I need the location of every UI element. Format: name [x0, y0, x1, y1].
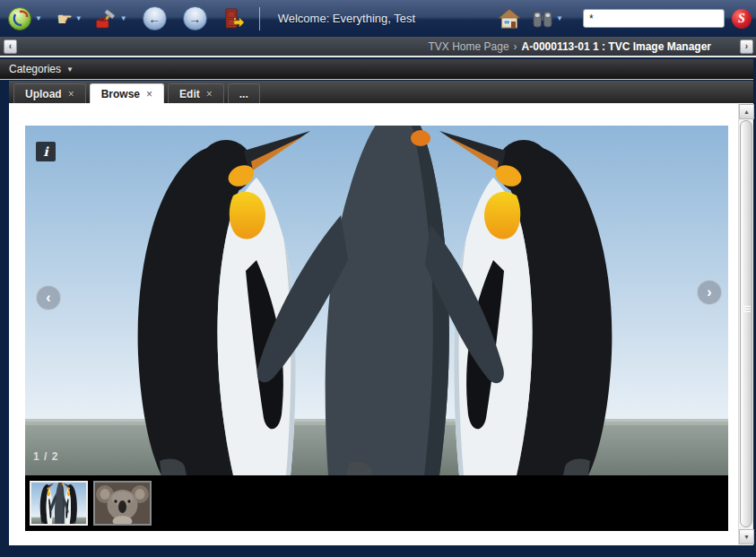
scroll-grip-icon	[743, 306, 751, 314]
home-icon[interactable]	[498, 8, 521, 30]
chevron-down-icon: ▼	[66, 65, 74, 74]
tab-label: Edit	[179, 88, 200, 100]
global-toolbar: ▼ ☛ ▼ ▼ ← → Wel	[0, 0, 756, 37]
app-menu-icon[interactable]	[7, 6, 32, 31]
tab-browse[interactable]: Browse ×	[90, 83, 164, 103]
breadcrumb-current: A-0000113-01 1 : TVC Image Manager	[522, 40, 711, 53]
info-button[interactable]: i	[36, 142, 56, 161]
logout-door-icon[interactable]	[222, 6, 245, 31]
tab-close-icon[interactable]: ×	[146, 88, 152, 100]
breadcrumb-bar: ‹ TVX Home Page › A-0000113-01 1 : TVC I…	[0, 37, 756, 57]
carousel-next-button[interactable]: ›	[697, 280, 722, 305]
tools-icon[interactable]	[94, 7, 117, 30]
tab-edit[interactable]: Edit ×	[168, 83, 224, 103]
carousel-prev-button[interactable]: ‹	[36, 285, 61, 310]
scroll-down-button[interactable]: ▼	[739, 529, 754, 544]
tab-upload[interactable]: Upload ×	[13, 83, 86, 103]
content-area: i ‹ › 1 / 2	[9, 103, 753, 545]
brand-logo: S	[732, 9, 752, 29]
search-binoculars-icon[interactable]	[532, 8, 553, 30]
tab-bar: Upload × Browse × Edit × ...	[9, 81, 753, 103]
chevron-down-icon[interactable]: ▼	[35, 14, 42, 22]
thumbnail-strip	[25, 475, 728, 531]
categories-label: Categories	[9, 63, 61, 75]
chevron-down-icon[interactable]: ▼	[120, 14, 127, 22]
breadcrumb-back-button[interactable]: ‹	[4, 39, 17, 54]
thumbnail-koala[interactable]	[93, 481, 152, 526]
main-image	[25, 126, 728, 475]
image-counter: 1 / 2	[33, 450, 58, 463]
categories-menubar: Categories ▼	[0, 59, 753, 80]
breadcrumb-history-link[interactable]: TVX Home Page	[429, 40, 509, 53]
tab-close-icon[interactable]: ×	[206, 88, 213, 100]
chevron-down-icon[interactable]: ▼	[556, 14, 563, 22]
tab-close-icon[interactable]: ×	[68, 88, 74, 100]
vertical-scrollbar[interactable]: ▲ ▼	[738, 104, 753, 544]
info-icon: i	[43, 144, 48, 159]
application-window: ▼ ☛ ▼ ▼ ← → Wel	[0, 0, 756, 557]
scroll-up-button[interactable]: ▲	[739, 104, 754, 119]
tab-label: Browse	[101, 88, 140, 100]
search-input[interactable]	[583, 9, 725, 28]
back-button[interactable]: ←	[143, 6, 167, 30]
actions-hand-icon[interactable]: ☛	[56, 8, 73, 30]
tab-label: ...	[239, 88, 248, 100]
tab-label: Upload	[25, 88, 62, 100]
tab-more[interactable]: ...	[228, 83, 260, 103]
breadcrumb-separator: ›	[514, 40, 517, 53]
chevron-down-icon[interactable]: ▼	[75, 14, 83, 22]
thumbnail-penguins[interactable]	[30, 481, 88, 526]
categories-menu[interactable]: Categories ▼	[0, 63, 74, 75]
toolbar-separator	[259, 7, 260, 30]
image-viewer: i ‹ › 1 / 2	[25, 126, 728, 475]
welcome-text: Welcome: Everything, Test	[278, 12, 415, 25]
scroll-thumb[interactable]	[740, 120, 752, 527]
breadcrumb-forward-button[interactable]: ›	[740, 39, 753, 54]
forward-button[interactable]: →	[183, 6, 207, 30]
